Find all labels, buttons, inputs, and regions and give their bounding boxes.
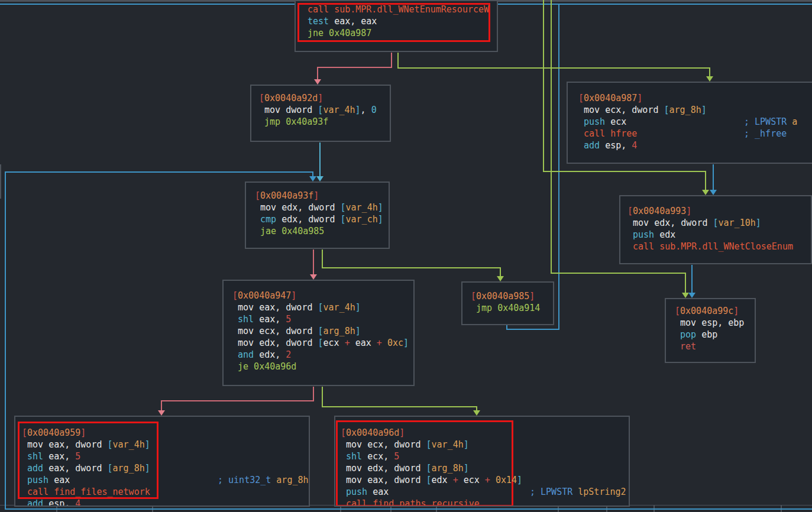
flow-edge-segment [5, 508, 812, 510]
asm-line: [0x0040a993] [627, 205, 811, 217]
asm-token: [ [108, 463, 113, 474]
asm-token: ] [313, 190, 319, 201]
asm-token: 0x0040a987 [584, 93, 637, 103]
flow-edge-segment [713, 164, 714, 190]
block-0x0040a959[interactable]: [0x0040a959] mov eax, dword [var_4h] shl… [14, 416, 310, 507]
asm-line: mov edx, dword [var_10h] [627, 217, 811, 229]
flow-edge-segment [322, 267, 501, 268]
asm-token: ] [378, 214, 383, 225]
asm-comment-token: ; _hfree [744, 128, 787, 139]
asm-token: ] [403, 338, 409, 348]
asm-token: [ [108, 439, 113, 450]
asm-token: test [308, 16, 329, 27]
asm-token: ] [145, 463, 150, 474]
asm-token: call sub.MPR.dll_WNetCloseEnum [627, 241, 793, 252]
asm-token: 0x0040a947 [238, 290, 291, 301]
block-0x0040a987[interactable]: [0x0040a987] mov ecx, dword [arg_8h] pus… [567, 82, 812, 164]
block-0x0040a99c[interactable]: [0x0040a99c] mov esp, ebp pop ebp ret [665, 298, 756, 363]
asm-token: ] [464, 463, 469, 474]
asm-token: ] [80, 427, 86, 438]
asm-token: edx, [254, 349, 286, 360]
asm-line: mov ecx, dword [arg_8h] [578, 104, 812, 116]
asm-token: [ [341, 214, 346, 225]
asm-token: 0x0040a93f [260, 190, 313, 201]
asm-token: mov esp, ebp [675, 317, 744, 328]
asm-token: 0x0040a99c [680, 306, 733, 316]
block-entry-cut[interactable]: call sub.MPR.dll_WNetEnumResourceWtest e… [295, 0, 498, 52]
asm-token: je 0x40a96d [232, 361, 296, 372]
asm-line: push eax; uint32_t arg_8h [22, 474, 309, 486]
asm-token: arg_8h [432, 463, 464, 474]
asm-token: eax [350, 338, 377, 348]
asm-token: ] [733, 306, 739, 316]
asm-token: shl [341, 451, 362, 462]
asm-token: ] [145, 439, 150, 450]
asm-token: 2 [286, 349, 291, 360]
flow-edge-segment [313, 387, 314, 401]
asm-line: ret [675, 341, 755, 352]
asm-line: test eax, eax [308, 15, 497, 27]
asm-token: , [361, 105, 371, 115]
asm-comment-token: ; uint32_t [218, 475, 276, 485]
asm-token: ] [637, 93, 642, 103]
flow-edge-segment [397, 67, 710, 69]
asm-token: [ [664, 105, 669, 115]
asm-line: mov eax, dword [var_4h] [232, 302, 413, 313]
asm-token: push [341, 487, 367, 497]
asm-token: 0xc [387, 338, 403, 348]
flow-edge-segment [0, 164, 1, 199]
block-0x0040a92d[interactable]: [0x0040a92d] mov dword [var_4h], 0 jmp 0… [250, 85, 391, 142]
block-0x0040a985[interactable]: [0x0040a985] jmp 0x40a914 [461, 281, 554, 325]
asm-token: 0x14 [496, 475, 517, 485]
asm-token: ecx, [362, 451, 394, 462]
block-0x0040a96d[interactable]: [0x0040a96d] mov ecx, dword [var_4h] shl… [334, 416, 630, 507]
asm-line: push ecx; LPWSTR a [578, 116, 812, 128]
asm-token: edx [654, 229, 675, 240]
flow-edge-segment [5, 173, 6, 510]
asm-line: shl eax, 5 [232, 313, 413, 325]
asm-line: shl ecx, 5 [341, 451, 629, 462]
asm-token: ] [355, 105, 361, 115]
asm-token: 0x0040a959 [27, 427, 80, 438]
asm-token: [ [578, 93, 584, 103]
flow-edge-segment [506, 325, 507, 330]
asm-token: mov eax, dword [22, 439, 108, 450]
asm-line: cmp edx, dword [var_ch] [255, 213, 389, 225]
asm-token: 5 [75, 451, 80, 462]
block-0x0040a993[interactable]: [0x0040a993] mov edx, dword [var_10h] pu… [619, 195, 812, 264]
asm-comment-token: lpString2 [578, 487, 626, 497]
asm-line: mov ecx, dword [arg_8h] [232, 325, 413, 337]
graph-view[interactable]: call sub.MPR.dll_WNetEnumResourceWtest e… [0, 0, 812, 512]
asm-token: eax [367, 487, 389, 497]
asm-token: jne 0x40a987 [308, 28, 371, 38]
asm-token: 4 [75, 498, 80, 507]
asm-line: push eax; LPWSTR lpString2 [341, 486, 629, 498]
asm-token: [ [627, 206, 633, 216]
flow-arrowhead-icon [706, 76, 713, 82]
block-0x0040a947[interactable]: [0x0040a947] mov eax, dword [var_4h] shl… [222, 280, 415, 386]
asm-comment-token: ; LPWSTR [744, 116, 792, 127]
asm-token: ] [399, 427, 405, 438]
asm-comment-token: ; LPWSTR [530, 487, 578, 497]
asm-token: ] [517, 475, 522, 485]
asm-line: mov eax, dword [var_4h] [22, 439, 309, 451]
asm-token: 0x0040a993 [633, 206, 686, 216]
asm-token: pop [675, 329, 696, 340]
block-0x0040a93f[interactable]: [0x0040a93f] mov edx, dword [var_4h] cmp… [245, 182, 390, 249]
flow-edge-segment [322, 406, 477, 407]
flow-edge-segment [313, 249, 314, 274]
flow-edge-segment [705, 172, 706, 190]
asm-token: ] [355, 326, 361, 336]
asm-token: ret [675, 341, 696, 352]
asm-line: and edx, 2 [232, 349, 413, 361]
flow-edge-segment [322, 387, 323, 407]
asm-token: 0x0040a96d [346, 427, 399, 438]
flow-arrowhead-icon [473, 410, 480, 416]
asm-line: call hfree; _hfree [578, 128, 812, 140]
flow-arrowhead-icon [314, 79, 321, 85]
asm-token: ] [686, 206, 691, 216]
asm-line: call find_paths_recursive [341, 498, 629, 507]
flow-edge-segment [543, 0, 544, 172]
asm-token: call find_files_network [22, 487, 150, 497]
flow-arrowhead-icon [702, 190, 709, 195]
